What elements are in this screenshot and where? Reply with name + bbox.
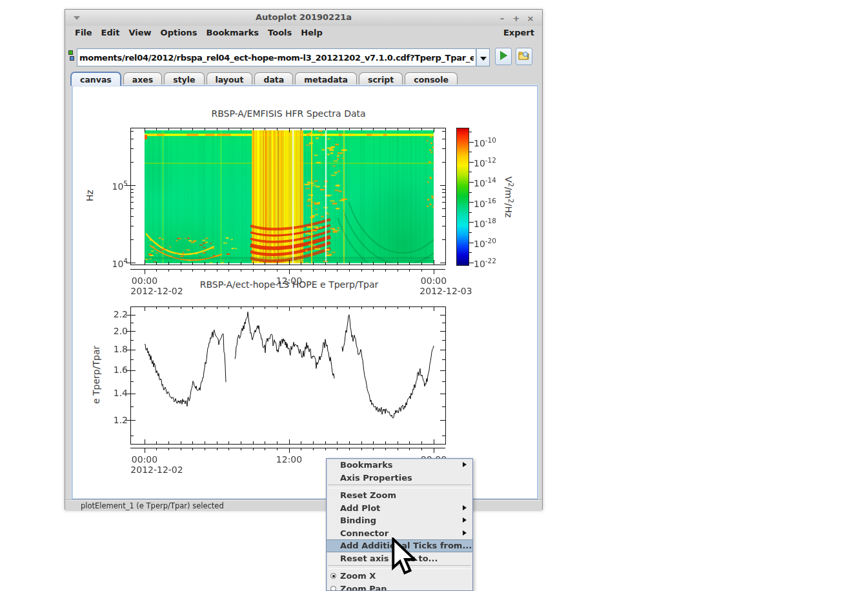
plot2-ytick-label: 1.8	[76, 344, 128, 354]
menu-edit[interactable]: Edit	[101, 28, 120, 37]
context-menu-item-bookmarks[interactable]: Bookmarks	[327, 459, 472, 472]
colorbar-tick-label: 10-12	[474, 156, 496, 168]
menu-help[interactable]: Help	[301, 28, 322, 37]
window-title: Autoplot 20190221a	[65, 12, 542, 22]
maximize-button[interactable]: +	[511, 14, 521, 23]
tab-script[interactable]: script	[359, 72, 403, 86]
context-menu-item-zoom-x[interactable]: Zoom X	[327, 570, 472, 583]
titlebar[interactable]: Autoplot 20190221a –+×	[65, 10, 542, 26]
tab-style[interactable]: style	[164, 72, 204, 86]
plot1-xaxis-date-label: 2012-12-02	[130, 286, 183, 296]
tab-bar: canvasaxesstylelayoutdatametadatascriptc…	[70, 72, 537, 85]
plot1-xaxis-time-label: 12:00	[276, 275, 302, 286]
plot2-xaxis-time-label: 12:00	[276, 454, 302, 465]
submenu-arrow-icon	[463, 530, 467, 536]
tab-layout[interactable]: layout	[207, 72, 253, 86]
uri-toolbar	[65, 40, 542, 72]
context-menu-item-binding[interactable]: Binding	[327, 514, 472, 527]
plot1-ytick-1e5: 105	[76, 179, 128, 192]
context-menu-item-axis-properties[interactable]: Axis Properties	[327, 472, 472, 485]
plot1-xaxis-time-label: 00:00	[421, 275, 447, 286]
window-controls: –+×	[493, 12, 536, 24]
autoplot-window: Autoplot 20190221a –+× FileEditViewOptio…	[65, 9, 543, 510]
colorbar-tick-label: 10-14	[474, 176, 496, 188]
colorbar-tick-label: 10-18	[474, 217, 496, 229]
tab-data[interactable]: data	[254, 72, 293, 86]
submenu-arrow-icon	[463, 462, 467, 467]
context-menu-item-reset-zoom[interactable]: Reset Zoom	[327, 489, 472, 502]
plot1-xaxis-date-label: 2012-12-03	[419, 286, 472, 296]
plot2-ytick-label: 1.6	[76, 365, 128, 375]
colorbar-tick-label: 10-22	[474, 257, 496, 269]
tab-metadata[interactable]: metadata	[295, 72, 357, 86]
chevron-down-icon	[480, 57, 487, 61]
tab-console[interactable]: console	[405, 72, 458, 86]
context-menu-item-add-plot[interactable]: Add Plot	[327, 502, 472, 515]
radio-selected-icon	[330, 573, 336, 579]
uri-input[interactable]	[77, 48, 476, 66]
context-menu-item-connector[interactable]: Connector	[327, 527, 472, 540]
context-menu-item-zoom-pan[interactable]: Zoom Pan	[327, 583, 472, 591]
menu-view[interactable]: View	[128, 28, 151, 37]
submenu-arrow-icon	[463, 517, 467, 523]
menu-file[interactable]: File	[75, 28, 92, 37]
context-menu: BookmarksAxis PropertiesReset ZoomAdd Pl…	[326, 458, 473, 591]
menu-tools[interactable]: Tools	[268, 28, 292, 37]
context-menu-item-reset-axis-units-to[interactable]: Reset axis units to...	[327, 552, 472, 565]
plot2-xaxis-date-label: 2012-12-02	[130, 465, 183, 475]
desktop: Autoplot 20190221a –+× FileEditViewOptio…	[0, 0, 868, 591]
menubar: FileEditViewOptionsBookmarksToolsHelp Ex…	[65, 26, 542, 40]
expert-mode-label[interactable]: Expert	[503, 28, 534, 37]
context-menu-item-add-additional-ticks-from[interactable]: Add Additional Ticks from...	[327, 539, 472, 552]
radio-icon	[330, 586, 336, 591]
tab-axes[interactable]: axes	[123, 72, 162, 86]
plot1-ytick-1e4: 104	[76, 257, 128, 269]
play-icon	[500, 51, 507, 60]
menu-separator	[328, 485, 471, 488]
open-file-button[interactable]	[516, 48, 532, 65]
menu-options[interactable]: Options	[161, 28, 197, 37]
uri-dropdown-button[interactable]	[476, 48, 490, 66]
plot2-xaxis-time-label: 00:00	[132, 454, 157, 465]
menu-separator	[328, 565, 471, 569]
plot2-ytick-label: 2.0	[76, 326, 128, 336]
plot2-ytick-label: 2.2	[76, 309, 128, 319]
plot2-ytick-label: 1.4	[76, 388, 128, 398]
colorbar-tick-label: 10-10	[474, 136, 496, 148]
menu-bookmarks[interactable]: Bookmarks	[207, 28, 259, 37]
plot2-ytick-label: 1.2	[76, 415, 128, 425]
plot-go-button[interactable]	[495, 48, 512, 65]
canvas-panel[interactable]: RBSP-A/EMFISIS HFR Spectra Data Hz V2/m2…	[72, 85, 538, 499]
datasource-type-icon	[68, 50, 75, 63]
plot1-xaxis-time-label: 00:00	[132, 275, 157, 286]
colorbar-tick-label: 10-16	[474, 197, 496, 209]
folder-icon	[518, 50, 530, 61]
minimize-button[interactable]: –	[497, 14, 507, 23]
close-button[interactable]: ×	[525, 14, 536, 23]
status-text: plotElement_1 (e Tperp/Tpar) selected	[81, 501, 224, 510]
tab-canvas[interactable]: canvas	[70, 72, 121, 86]
submenu-arrow-icon	[463, 505, 467, 510]
colorbar-tick-label: 10-20	[474, 237, 496, 249]
